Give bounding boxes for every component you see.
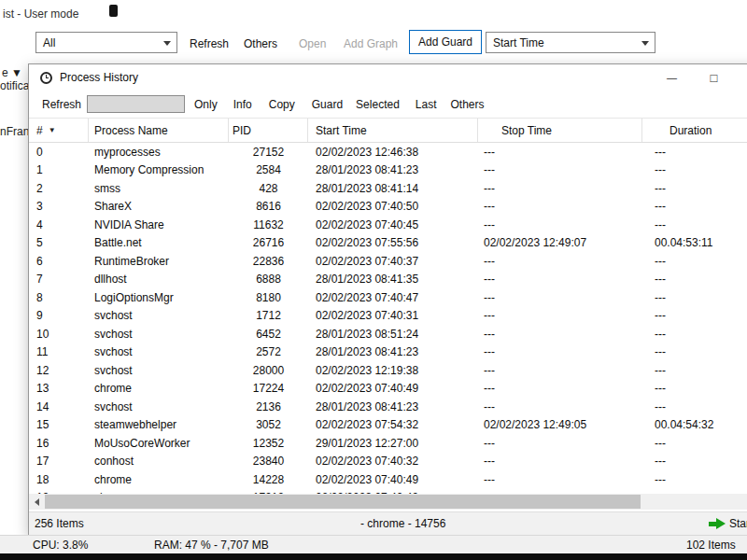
cell-stop-time: 02/02/2023 12:49:07 (478, 236, 642, 249)
cell-duration: --- (642, 163, 747, 176)
cell-duration: --- (642, 473, 747, 486)
table-row[interactable]: 10 svchost 6452 28/01/2023 08:51:24 --- … (29, 325, 747, 343)
table-row[interactable]: 11 svchost 2572 28/01/2023 08:41:23 --- … (29, 343, 747, 362)
column-header-process-name[interactable]: Process Name (89, 119, 229, 142)
cell-start-time: 02/02/2023 07:40:47 (308, 291, 478, 304)
scrollbar-thumb[interactable] (45, 495, 641, 509)
triangle-left-icon (35, 498, 39, 506)
cell-pid: 17224 (229, 382, 308, 395)
filter-dropdown-value: All (43, 36, 55, 49)
table-row[interactable]: 17 conhost 23840 02/02/2023 07:40:32 ---… (29, 453, 747, 471)
scroll-left-button[interactable] (29, 494, 45, 510)
cell-process-name: MoUsoCoreWorker (89, 437, 229, 450)
table-row[interactable]: 18 chrome 14228 02/02/2023 07:40:49 --- … (29, 470, 747, 489)
column-header-pid[interactable]: PID (229, 119, 308, 142)
add-graph-button[interactable]: Add Graph (344, 37, 398, 50)
horizontal-scrollbar (29, 494, 747, 510)
cell-stop-time: --- (478, 309, 642, 322)
table-row[interactable]: 2 smss 428 28/01/2023 08:41:14 --- --- (29, 179, 747, 198)
guard-button[interactable]: Guard (312, 98, 343, 111)
titlebar-pin-icon (109, 5, 118, 17)
filter-dropdown[interactable]: All (35, 32, 177, 53)
cell-start-time: 02/02/2023 07:40:49 (308, 473, 478, 486)
minimize-button[interactable]: — (651, 64, 693, 91)
cell-index: 15 (29, 418, 89, 431)
sort-column-dropdown[interactable]: Start Time (486, 32, 655, 53)
cell-duration: --- (642, 255, 747, 268)
cell-start-time: 28/01/2023 08:41:23 (308, 400, 478, 413)
add-guard-button[interactable]: Add Guard (409, 30, 482, 54)
open-button[interactable]: Open (299, 37, 326, 50)
others-button[interactable]: Others (244, 37, 277, 50)
cell-start-time: 29/01/2023 12:27:00 (308, 437, 478, 450)
cell-index: 6 (29, 255, 89, 268)
copy-button[interactable]: Copy (269, 98, 295, 111)
cell-duration: --- (642, 437, 747, 450)
table-body: 0 myprocesses 27152 02/02/2023 12:46:38 … (29, 143, 747, 494)
column-header-index[interactable]: # ▼ (29, 119, 89, 142)
cell-index: 2 (29, 182, 89, 195)
table-row[interactable]: 13 chrome 17224 02/02/2023 07:40:49 --- … (29, 380, 747, 399)
table-row[interactable]: 7 dllhost 6888 28/01/2023 08:41:35 --- -… (29, 271, 747, 289)
cell-duration: --- (642, 309, 747, 322)
cell-pid: 1712 (229, 309, 308, 322)
cell-start-time: 02/02/2023 07:55:56 (308, 236, 478, 249)
cell-pid: 8180 (229, 291, 308, 304)
only-button[interactable]: Only (194, 98, 218, 111)
chevron-down-icon (163, 41, 171, 46)
history-refresh-button[interactable]: Refresh (42, 98, 81, 111)
cell-process-name: conhost (89, 455, 229, 468)
table-row[interactable]: 5 Battle.net 26716 02/02/2023 07:55:56 0… (29, 234, 747, 253)
table-row[interactable]: 9 svchost 1712 02/02/2023 07:40:31 --- -… (29, 307, 747, 326)
table-row[interactable]: 16 MoUsoCoreWorker 12352 29/01/2023 12:2… (29, 434, 747, 453)
cell-stop-time: --- (478, 473, 642, 486)
table-row[interactable]: 4 NVIDIA Share 11632 02/02/2023 07:40:45… (29, 216, 747, 234)
table-row[interactable]: 15 steamwebhelper 3052 02/02/2023 07:54:… (29, 416, 747, 435)
parent-window-title: ist - User mode (3, 7, 78, 21)
clock-icon (40, 72, 52, 84)
table-row[interactable]: 0 myprocesses 27152 02/02/2023 12:46:38 … (29, 143, 747, 161)
cell-start-time: 28/01/2023 08:41:23 (308, 345, 478, 358)
cell-process-name: NVIDIA Share (89, 218, 229, 231)
selected-button[interactable]: Selected (356, 98, 400, 111)
start-button[interactable]: Start (729, 517, 747, 530)
cell-start-time: 02/02/2023 07:40:32 (308, 455, 478, 468)
cell-start-time: 02/02/2023 07:40:50 (308, 200, 478, 213)
cell-duration: --- (642, 273, 747, 286)
search-input[interactable] (87, 95, 185, 113)
window-titlebar[interactable]: Process History — □ (29, 64, 747, 91)
cell-index: 9 (29, 309, 89, 322)
cell-pid: 27152 (229, 146, 308, 159)
history-others-button[interactable]: Others (451, 98, 485, 111)
cell-pid: 28000 (229, 364, 308, 377)
cell-start-time: 02/02/2023 12:46:38 (308, 146, 478, 159)
cell-process-name: LogiOptionsMgr (89, 291, 229, 304)
chevron-down-icon (641, 41, 649, 46)
cell-stop-time: --- (478, 382, 642, 395)
info-button[interactable]: Info (233, 98, 252, 111)
refresh-button[interactable]: Refresh (190, 37, 229, 50)
last-button[interactable]: Last (416, 98, 437, 111)
maximize-button[interactable]: □ (693, 64, 735, 91)
column-header-stop-time[interactable]: Stop Time (478, 119, 642, 142)
cell-index: 14 (29, 400, 89, 413)
table-row[interactable]: 12 svchost 28000 02/02/2023 12:19:38 ---… (29, 361, 747, 380)
green-arrow-right-icon[interactable] (709, 518, 726, 530)
cell-duration: --- (642, 218, 747, 231)
cell-pid: 23840 (229, 455, 308, 468)
table-row[interactable]: 6 RuntimeBroker 22836 02/02/2023 07:40:3… (29, 252, 747, 271)
table-row[interactable]: 3 ShareX 8616 02/02/2023 07:40:50 --- --… (29, 198, 747, 217)
column-header-duration[interactable]: Duration (642, 119, 747, 142)
taskbar-edge (0, 553, 747, 560)
cell-start-time: 02/02/2023 07:54:32 (308, 418, 478, 431)
cell-start-time: 02/02/2023 07:40:31 (308, 309, 478, 322)
table-row[interactable]: 14 svchost 2136 28/01/2023 08:41:23 --- … (29, 398, 747, 416)
cell-start-time: 02/02/2023 07:40:45 (308, 218, 478, 231)
table-row[interactable]: 1 Memory Compression 2584 28/01/2023 08:… (29, 161, 747, 180)
cell-process-name: RuntimeBroker (89, 255, 229, 268)
cell-process-name: svchost (89, 309, 229, 322)
column-header-start-time[interactable]: Start Time (308, 119, 478, 142)
cell-pid: 2584 (229, 163, 308, 176)
table-row[interactable]: 8 LogiOptionsMgr 8180 02/02/2023 07:40:4… (29, 288, 747, 307)
cell-process-name: Memory Compression (89, 163, 229, 176)
